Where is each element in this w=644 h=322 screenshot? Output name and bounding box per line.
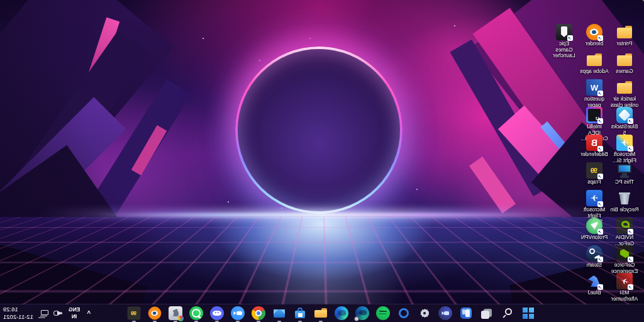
desktop-icon-games[interactable]: Games [610, 52, 639, 79]
speaker-icon [53, 308, 63, 318]
blender-icon [586, 24, 602, 40]
desktop-icon-epic-games[interactable]: Epic Games Launcher [550, 24, 579, 51]
spotify-button[interactable] [376, 306, 391, 321]
blender-button[interactable] [148, 306, 163, 321]
shortcut-arrow-icon [628, 284, 633, 290]
folder-icon [616, 52, 633, 68]
desktop-icon-ms-flight-simu[interactable]: Microsoft Flight Simu... [580, 190, 609, 217]
desktop-icon-geforce-experience[interactable]: GeForce Experience [610, 245, 639, 272]
gray-app-icon [169, 306, 183, 320]
flight-simulator-icon [586, 190, 602, 206]
desktop-icon-kartick-sir-online-class[interactable]: kartick sir online class [610, 79, 639, 106]
desktop-icon-label: Epic Games Launcher [550, 41, 579, 59]
shortcut-arrow-icon [597, 91, 603, 96]
mail-button[interactable] [272, 306, 287, 321]
shortcut-arrow-icon [597, 35, 603, 41]
desktop-icon-label: Fraps [587, 179, 601, 186]
search-icon [501, 306, 515, 320]
desktop-icon-nvidia[interactable]: NVIDIA GeFor... [610, 218, 639, 245]
shortcut-arrow-icon [597, 118, 603, 124]
file-explorer-icon [314, 306, 328, 320]
epic-games-icon [556, 24, 572, 40]
flight-simulator-icon [616, 135, 633, 151]
this-pc-icon [616, 162, 633, 179]
desktop-icon-ms-flight-si[interactable]: Microsoft Flight Si... [610, 135, 639, 162]
tray-overflow-chevron[interactable]: ^ [86, 310, 92, 317]
desktop-icon-label: Adobe apps [580, 69, 608, 75]
desktop-icon-bitdefender[interactable]: Bitdefender [580, 135, 609, 162]
discord-icon [211, 306, 225, 320]
language-indicator[interactable]: ENGIN [69, 306, 80, 319]
desktop-icon-protonvpn[interactable]: ProtonVPN [580, 218, 609, 245]
desktop-icon-msi-afterburner[interactable]: MSI Afterburner [610, 273, 639, 300]
spotify-icon [377, 306, 391, 320]
gear-icon [418, 306, 432, 320]
language-line2: IN [72, 313, 77, 320]
clock-time: 16:29 [3, 306, 18, 313]
chrome-icon [252, 306, 266, 320]
zoom-button[interactable] [231, 306, 246, 321]
system-tray: ^ ENGIN 16:2912-11-2021 [2, 304, 92, 322]
settings-button[interactable] [418, 306, 433, 321]
shortcut-arrow-icon [597, 201, 603, 207]
desktop-icon-this-pc[interactable]: This PC [610, 162, 639, 189]
fraps-icon [586, 162, 602, 179]
geforce-icon [616, 245, 633, 262]
desktop-icon-label: BlueJ [587, 290, 601, 296]
zoom-icon [231, 306, 245, 320]
clock[interactable]: 16:2912-11-2021 [2, 306, 33, 321]
tray-status-icons[interactable] [39, 308, 63, 318]
discord-button[interactable] [210, 306, 225, 321]
microsoft-store-button[interactable] [293, 306, 308, 321]
network-icon [39, 308, 49, 318]
taskbar: ^ ENGIN 16:2912-11-2021 [0, 304, 644, 322]
chrome-button[interactable] [252, 306, 267, 321]
clock-date: 12-11-2021 [3, 313, 33, 321]
desktop-icon-label: Recycle Bin [611, 207, 639, 213]
file-explorer-button[interactable] [314, 306, 329, 321]
desktop-icon-blender[interactable]: blender [580, 24, 609, 51]
desktop-icon-recycle-bin[interactable]: Recycle Bin [610, 190, 639, 217]
desktop-icon-printer[interactable]: Printer [610, 24, 639, 51]
protonvpn-icon [586, 218, 602, 234]
steam-icon [586, 245, 602, 262]
shortcut-arrow-icon [628, 118, 633, 124]
desktop-icon-label: This PC [615, 179, 634, 186]
windows-start-icon [523, 308, 535, 319]
shortcut-arrow-icon [628, 257, 633, 262]
task-view-button[interactable] [480, 306, 495, 321]
taskbar-center [127, 306, 536, 321]
whatsapp-button[interactable] [189, 306, 204, 321]
widgets-icon [461, 308, 472, 319]
folder-icon [586, 52, 602, 68]
desktop-icon-steam[interactable]: Steam [580, 245, 609, 272]
shortcut-arrow-icon [597, 229, 603, 235]
desktop-icon-adobe-apps[interactable]: Adobe apps [580, 52, 609, 79]
chat-button[interactable] [438, 306, 453, 321]
search-button[interactable] [501, 306, 516, 321]
whatsapp-icon [190, 306, 204, 320]
ring-app-button[interactable] [397, 306, 412, 321]
edge-dev-icon [356, 306, 370, 320]
desktop-icon-label: MSI Afterburner [610, 290, 639, 302]
gray-app-button[interactable] [169, 306, 184, 321]
desktop-icon-bluestacks[interactable]: BlueStacks 5 [610, 107, 639, 134]
desktop-icon-column-1: Printer Games kartick sir online class B… [610, 24, 639, 300]
desktop-icon-question-paper[interactable]: question paper debe... [580, 79, 609, 106]
bitdefender-icon [586, 135, 602, 151]
desktop-icon-fraps[interactable]: Fraps [580, 162, 609, 189]
shortcut-arrow-icon [628, 229, 633, 235]
folder-icon [616, 24, 633, 40]
edge-dev-button[interactable] [355, 306, 370, 321]
recycle-bin-icon [616, 190, 633, 206]
desktop-icon-column-3: Epic Games Launcher [550, 24, 579, 51]
widgets-button[interactable] [459, 306, 474, 321]
desktop-icon-label: ProtonVPN [581, 235, 608, 241]
shortcut-arrow-icon [567, 35, 573, 41]
fraps-button[interactable] [127, 306, 142, 321]
start-button[interactable] [521, 306, 536, 321]
desktop-icon-label: Steam [587, 262, 602, 269]
edge-button[interactable] [335, 306, 350, 321]
desktop-icon-intellij[interactable]: IntelliJ IDEA Communi... [580, 107, 609, 134]
desktop-icon-bluej[interactable]: BlueJ [580, 273, 609, 300]
